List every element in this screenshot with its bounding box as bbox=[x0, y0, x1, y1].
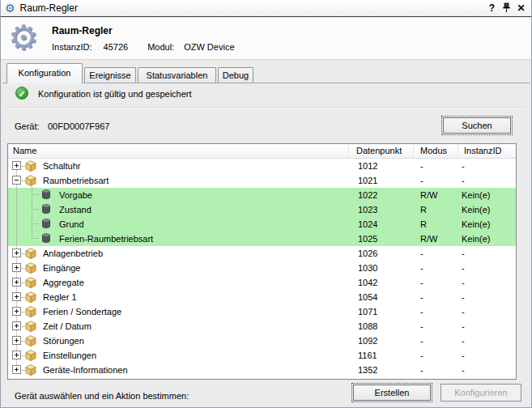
column-header-name[interactable]: Name bbox=[8, 144, 349, 158]
table-row[interactable]: Eingänge 1030 - - bbox=[8, 261, 516, 275]
node-icon bbox=[24, 247, 37, 260]
footer-hint: Gerät auswählen und ein Aktion bestimmen… bbox=[15, 391, 189, 401]
table-row[interactable]: Aggregate 1042 - - bbox=[8, 275, 516, 290]
cell-datenpunkt: 1352 bbox=[349, 363, 414, 377]
expander-icon[interactable] bbox=[12, 321, 21, 330]
expander-icon[interactable] bbox=[12, 278, 21, 287]
help-button[interactable]: ? bbox=[486, 2, 498, 15]
cell-instanzid: - bbox=[458, 159, 516, 173]
create-button[interactable]: Erstellen bbox=[351, 383, 432, 402]
tree-branch-line bbox=[32, 202, 39, 210]
configure-button[interactable]: Konfigurieren bbox=[440, 384, 521, 402]
cell-modus: - bbox=[414, 159, 458, 173]
search-button[interactable]: Suchen bbox=[441, 116, 513, 135]
window-gear-icon: ⚙ bbox=[5, 2, 15, 14]
node-icon bbox=[24, 261, 37, 274]
titlebar: ⚙ Raum-Regler ? ✕ bbox=[1, 0, 531, 17]
table-row[interactable]: Einstellungen 1161 - - bbox=[8, 348, 516, 363]
table-row[interactable]: Schaltuhr 1012 - - bbox=[8, 159, 516, 173]
table-body: Schaltuhr 1012 - - Raumbetriebsart 1021 … bbox=[8, 159, 516, 377]
cell-name: Ferien-Raumbetriebsart bbox=[8, 232, 349, 246]
datapoint-icon bbox=[40, 232, 52, 244]
cell-instanzid: - bbox=[458, 334, 516, 348]
modul-value: OZW Device bbox=[184, 42, 234, 52]
cell-modus: R/W bbox=[414, 188, 458, 202]
node-icon bbox=[24, 320, 37, 333]
pin-button[interactable] bbox=[500, 2, 513, 15]
row-label: Regler 1 bbox=[43, 290, 77, 304]
node-icon bbox=[40, 203, 53, 216]
row-label: Vorgabe bbox=[59, 188, 92, 202]
tab-konfiguration[interactable]: Konfiguration bbox=[6, 63, 83, 83]
package-box-icon bbox=[24, 349, 37, 362]
row-label: Ferien-Raumbetriebsart bbox=[59, 232, 153, 246]
expander-icon[interactable] bbox=[12, 365, 21, 374]
table-row[interactable]: Vorgabe 1022 R/W Kein(e) bbox=[8, 188, 516, 202]
cell-modus: R bbox=[414, 217, 458, 232]
cell-instanzid: - bbox=[458, 363, 516, 377]
cell-modus: R/W bbox=[414, 232, 458, 246]
column-header-instanzid[interactable]: InstanzID bbox=[458, 144, 516, 158]
cell-datenpunkt: 1026 bbox=[349, 246, 414, 261]
expander-icon[interactable] bbox=[12, 336, 21, 345]
row-label: Schaltuhr bbox=[43, 159, 80, 173]
table-row[interactable]: Ferien-Raumbetriebsart 1025 R/W Kein(e) bbox=[8, 232, 516, 246]
expander-icon[interactable] bbox=[12, 351, 21, 359]
cell-name: Eingänge bbox=[8, 261, 349, 275]
package-box-icon bbox=[24, 291, 37, 304]
row-label: Anlagenbetrieb bbox=[43, 246, 103, 261]
package-box-icon bbox=[24, 305, 37, 318]
status-message: Konfiguration ist gültig und gespeichert bbox=[38, 89, 192, 99]
table-row[interactable]: Regler 1 1054 - - bbox=[8, 290, 516, 304]
cell-instanzid: - bbox=[458, 275, 516, 290]
header-subline: InstanzID:45726Modul:OZW Device bbox=[52, 42, 235, 52]
expander-icon[interactable] bbox=[12, 176, 21, 185]
table-row[interactable]: Zustand 1023 R Kein(e) bbox=[8, 202, 516, 217]
cell-datenpunkt: 1012 bbox=[349, 159, 414, 173]
cell-modus: - bbox=[414, 304, 458, 319]
package-box-icon bbox=[24, 363, 37, 376]
table-row[interactable]: Grund 1024 R Kein(e) bbox=[8, 217, 516, 232]
cell-datenpunkt: 1042 bbox=[349, 275, 414, 290]
cell-instanzid: - bbox=[458, 261, 516, 275]
expander-icon[interactable] bbox=[12, 161, 21, 170]
close-button[interactable]: ✕ bbox=[515, 2, 527, 15]
cell-instanzid: - bbox=[458, 246, 516, 261]
expander-icon[interactable] bbox=[12, 249, 21, 257]
cell-modus: - bbox=[414, 334, 458, 348]
device-gear-icon: ⚙ bbox=[8, 18, 39, 58]
table-row[interactable]: Störungen 1092 - - bbox=[8, 334, 516, 348]
modul-label: Modul: bbox=[147, 42, 174, 52]
cell-modus: - bbox=[414, 348, 458, 363]
column-header-datenpunkt[interactable]: Datenpunkt bbox=[349, 144, 414, 158]
expander-icon[interactable] bbox=[12, 263, 21, 272]
tree-branch-line bbox=[32, 188, 39, 195]
table-row[interactable]: Zeit / Datum 1088 - - bbox=[8, 319, 516, 334]
create-button-face[interactable]: Erstellen bbox=[353, 385, 431, 401]
cell-datenpunkt: 1030 bbox=[349, 261, 414, 275]
tab-debug[interactable]: Debug bbox=[218, 67, 253, 83]
cell-datenpunkt: 1054 bbox=[349, 290, 414, 304]
expander-icon[interactable] bbox=[12, 292, 21, 301]
cell-datenpunkt: 1092 bbox=[349, 334, 414, 348]
tree-branch-line bbox=[32, 232, 39, 239]
column-header-modus[interactable]: Modus bbox=[414, 144, 458, 158]
tab-statusvariablen[interactable]: Statusvariablen bbox=[138, 67, 216, 83]
package-box-icon bbox=[24, 261, 37, 274]
cell-datenpunkt: 1021 bbox=[349, 173, 414, 188]
node-icon bbox=[24, 334, 37, 347]
table-row[interactable]: Ferien / Sondertage 1071 - - bbox=[8, 304, 516, 319]
tab-ereignisse[interactable]: Ereignisse bbox=[84, 67, 136, 83]
table-row[interactable]: Raumbetriebsart 1021 - - bbox=[8, 173, 516, 188]
cell-instanzid: Kein(e) bbox=[458, 217, 516, 232]
cell-instanzid: Kein(e) bbox=[458, 232, 516, 246]
window-title: Raum-Regler bbox=[20, 2, 483, 14]
expander-icon[interactable] bbox=[12, 307, 21, 316]
package-box-icon bbox=[24, 174, 37, 187]
package-box-icon bbox=[24, 320, 37, 333]
cell-datenpunkt: 1088 bbox=[349, 319, 414, 334]
table-row[interactable]: Geräte-Informationen 1352 - - bbox=[8, 363, 516, 377]
cell-instanzid: Kein(e) bbox=[458, 202, 516, 217]
search-button-face[interactable]: Suchen bbox=[443, 117, 511, 134]
table-row[interactable]: Anlagenbetrieb 1026 - - bbox=[8, 246, 516, 261]
